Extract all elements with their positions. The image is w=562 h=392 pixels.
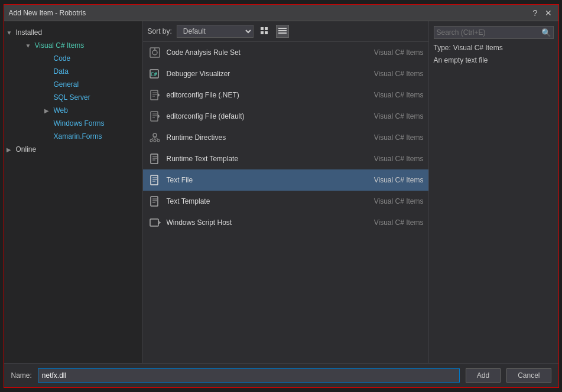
svg-rect-2 — [261, 31, 264, 34]
sort-select[interactable]: Default — [177, 25, 254, 38]
item-row-runtime-directives[interactable]: Runtime Directives Visual C# Items — [143, 127, 428, 148]
item-name-editorconfig-default: editorconfig File (default) — [167, 112, 365, 120]
add-button[interactable]: Add — [466, 368, 501, 383]
item-category-text-template: Visual C# Items — [365, 197, 424, 205]
sidebar-item-online[interactable]: ▶ Online — [4, 143, 142, 156]
svg-rect-16 — [151, 112, 158, 121]
info-type-row: Type: Visual C# Items — [434, 44, 554, 52]
sidebar-item-data[interactable]: Data — [23, 65, 142, 78]
xamarin-forms-label: Xamarin.Forms — [54, 132, 102, 141]
svg-line-24 — [151, 137, 155, 139]
windows-forms-label: Windows Forms — [54, 119, 105, 128]
cancel-button[interactable]: Cancel — [506, 368, 551, 383]
item-row-windows-script-host[interactable]: Windows Script Host Visual C# Items — [143, 212, 428, 233]
item-row-editorconfig-default[interactable]: editorconfig File (default) Visual C# It… — [143, 106, 428, 127]
svg-rect-1 — [265, 27, 268, 30]
item-category-text-file: Visual C# Items — [365, 176, 424, 184]
item-row-text-file[interactable]: Text File Visual C# Items — [143, 169, 428, 191]
sort-label: Sort by: — [148, 27, 172, 35]
item-category-windows-script-host: Visual C# Items — [365, 218, 424, 227]
sidebar: ▼ Installed ▼ Visual C# Items Code — [4, 21, 143, 363]
svg-line-26 — [155, 137, 158, 139]
close-button[interactable]: ✕ — [543, 8, 554, 18]
item-row-runtime-text-template[interactable]: Runtime Text Template Visual C# Items — [143, 148, 428, 169]
title-buttons: ? ✕ — [530, 8, 554, 18]
installed-label: Installed — [16, 28, 43, 37]
help-button[interactable]: ? — [530, 8, 541, 18]
item-name-editorconfig-net: editorconfig File (.NET) — [167, 91, 365, 99]
item-category-code-analysis: Visual C# Items — [365, 48, 424, 57]
visual-csharp-label: Visual C# Items — [35, 41, 85, 50]
svg-rect-27 — [151, 154, 158, 164]
item-icon-code-analysis — [148, 45, 162, 60]
search-box[interactable]: 🔍 — [434, 26, 554, 39]
item-name-runtime-text-template: Runtime Text Template — [167, 155, 365, 163]
item-name-text-template: Text Template — [167, 197, 365, 205]
sidebar-item-code[interactable]: Code — [23, 52, 142, 65]
item-icon-debugger-visualizer: C# — [148, 67, 162, 81]
title-bar: Add New Item - Robotris ? ✕ — [4, 5, 558, 21]
code-label: Code — [54, 54, 71, 63]
info-panel: 🔍 Type: Visual C# Items An empty text fi… — [428, 21, 558, 363]
sidebar-item-xamarin-forms[interactable]: Xamarin.Forms — [23, 130, 142, 143]
name-label: Name: — [11, 371, 32, 380]
center-panel: Sort by: Default — [143, 21, 428, 363]
item-icon-text-file — [148, 173, 162, 187]
svg-rect-5 — [278, 30, 287, 31]
svg-rect-31 — [151, 175, 158, 185]
item-row-debugger-visualizer[interactable]: C# Debugger Visualizer Visual C# Items — [143, 63, 428, 84]
item-category-editorconfig-default: Visual C# Items — [365, 112, 424, 120]
item-row-text-template[interactable]: Text Template Visual C# Items — [143, 191, 428, 212]
sidebar-item-installed[interactable]: ▼ Installed — [4, 26, 142, 39]
sidebar-item-sql-server[interactable]: SQL Server — [23, 91, 142, 104]
grid-view-button[interactable] — [258, 25, 271, 38]
svg-text:C#: C# — [151, 71, 157, 77]
data-label: Data — [54, 67, 69, 76]
type-label: Type: — [434, 44, 451, 52]
search-input[interactable] — [434, 27, 540, 38]
svg-rect-4 — [278, 28, 287, 29]
online-arrow: ▶ — [7, 146, 16, 153]
svg-rect-0 — [261, 27, 264, 30]
item-icon-editorconfig-default — [148, 109, 162, 123]
item-icon-editorconfig-net — [148, 88, 162, 102]
item-category-runtime-text-template: Visual C# Items — [365, 155, 424, 163]
svg-rect-39 — [150, 219, 158, 226]
visual-csharp-arrow: ▼ — [25, 43, 35, 49]
svg-rect-3 — [265, 31, 268, 34]
sql-server-label: SQL Server — [54, 93, 90, 102]
item-row-editorconfig-net[interactable]: editorconfig File (.NET) Visual C# Items — [143, 84, 428, 106]
items-list: Code Analysis Rule Set Visual C# Items C… — [143, 42, 428, 363]
item-category-debugger-visualizer: Visual C# Items — [365, 70, 424, 78]
item-category-editorconfig-net: Visual C# Items — [365, 91, 424, 99]
svg-rect-6 — [278, 32, 287, 34]
general-label: General — [54, 80, 79, 89]
web-label: Web — [54, 106, 68, 115]
item-name-code-analysis: Code Analysis Rule Set — [167, 48, 365, 57]
search-button[interactable]: 🔍 — [540, 26, 553, 39]
installed-arrow: ▼ — [7, 30, 16, 36]
name-input[interactable] — [38, 368, 460, 383]
sidebar-item-visual-csharp[interactable]: ▼ Visual C# Items — [14, 39, 142, 52]
add-new-item-dialog: Add New Item - Robotris ? ✕ ▼ Installed … — [4, 4, 559, 388]
svg-point-23 — [157, 139, 160, 142]
item-name-windows-script-host: Windows Script Host — [167, 218, 365, 227]
sidebar-item-windows-forms[interactable]: Windows Forms — [23, 117, 142, 130]
item-icon-runtime-text-template — [148, 152, 162, 166]
sidebar-item-general[interactable]: General — [23, 78, 142, 91]
online-label: Online — [16, 145, 37, 153]
web-arrow: ▶ — [44, 107, 54, 114]
svg-point-8 — [152, 50, 157, 55]
svg-point-21 — [150, 139, 152, 142]
item-name-runtime-directives: Runtime Directives — [167, 133, 365, 142]
item-icon-runtime-directives — [148, 130, 162, 145]
dialog-title: Add New Item - Robotris — [9, 9, 86, 17]
sidebar-item-web[interactable]: ▶ Web — [23, 104, 142, 117]
item-icon-windows-script-host — [148, 215, 162, 230]
item-row-code-analysis[interactable]: Code Analysis Rule Set Visual C# Items — [143, 42, 428, 63]
item-icon-text-template — [148, 194, 162, 208]
svg-rect-12 — [151, 90, 158, 100]
main-content: ▼ Installed ▼ Visual C# Items Code — [4, 21, 558, 363]
svg-rect-35 — [151, 197, 158, 206]
list-view-button[interactable] — [276, 25, 289, 38]
